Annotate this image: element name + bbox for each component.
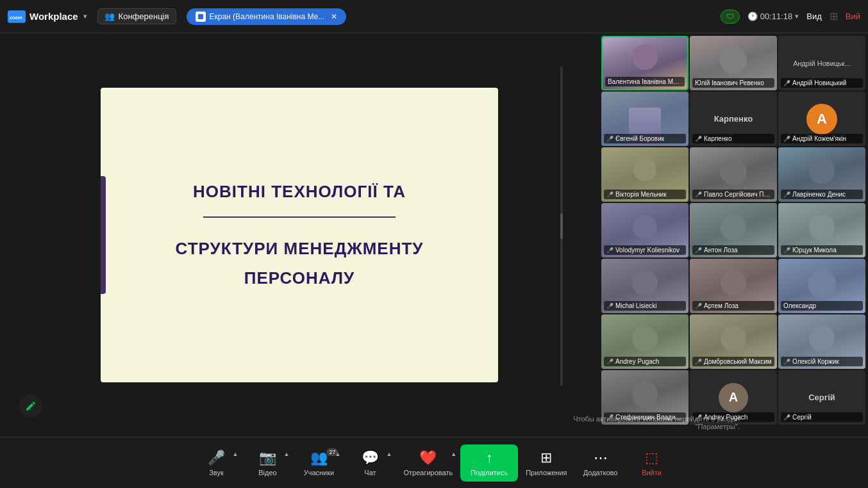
participant-name: 🎤 Павло Сергійович По...	[692, 190, 774, 199]
participant-display-name: Сергій	[808, 393, 835, 402]
slide-divider	[203, 216, 396, 218]
participant-name: 🎤 Андрій Кожем'якін	[781, 134, 863, 143]
participant-tile: 🎤 Andrey Pugach	[601, 314, 689, 369]
video-button[interactable]: 📷 Відео ▲	[242, 444, 293, 482]
participant-tile: Юлій Іванович Ревенко	[690, 36, 777, 90]
sound-button[interactable]: 🎤 Звук ▲	[190, 444, 242, 482]
participant-name: 🎤 Andrey Pugach	[692, 412, 774, 422]
participant-tile: Олександр	[778, 259, 865, 313]
participants-icon: 👥	[310, 450, 328, 466]
logo-area: zoom Workplace ▾	[8, 10, 87, 23]
mic-off-icon: 🎤	[695, 303, 702, 309]
mic-off-icon: 🎤	[783, 359, 790, 365]
participant-name: Валентина Іванівна Мель...	[605, 77, 685, 86]
chat-button[interactable]: 💬 Чат ▲	[344, 444, 396, 482]
participant-tile: 🎤 Стефанишин Владис...	[601, 370, 689, 425]
chat-icon: 💬	[362, 450, 379, 466]
mic-off-icon: 🎤	[606, 136, 613, 142]
conference-label: Конференція	[119, 12, 169, 21]
share-icon: ↑	[486, 450, 493, 466]
apps-button[interactable]: ⊞ Приложения	[518, 444, 574, 482]
participant-tile: 🎤 Павло Сергійович По...	[690, 147, 777, 202]
participants-arrow[interactable]: ▲	[335, 451, 341, 457]
participant-avatar: A	[719, 383, 748, 412]
participant-name: 🎤 Євгеній Боровик	[604, 134, 686, 143]
slide: НОВІТНІ ТЕХНОЛОГІЇ ТА СТРУКТУРИ МЕНЕДЖМЕ…	[101, 88, 498, 382]
participant-tile: 🎤 Michał Lisiecki	[601, 259, 689, 313]
screen-share-label: Екран (Валентина Іванівна Ме...	[210, 12, 325, 21]
mic-off-icon: 🎤	[783, 247, 790, 254]
participant-name: 🎤 Антон Лоза	[692, 245, 774, 255]
react-button[interactable]: ❤️ Отреагировать ▲	[396, 444, 460, 482]
video-arrow[interactable]: ▲	[284, 451, 290, 457]
participants-panel: Валентина Іванівна Мель... Юлій Іванович…	[599, 33, 868, 437]
shield-icon: 🛡	[726, 12, 734, 21]
presentation-area: НОВІТНІ ТЕХНОЛОГІЇ ТА СТРУКТУРИ МЕНЕДЖМЕ…	[0, 33, 599, 437]
participant-tile: Карпенко 🎤 Карпенко	[690, 92, 777, 146]
more-button[interactable]: ⋯ Додатково	[575, 444, 626, 482]
apps-icon: ⊞	[540, 450, 552, 466]
conference-icon: 👥	[104, 12, 115, 21]
share-label: Поділитись	[471, 469, 508, 476]
microphone-icon: 🎤	[208, 450, 225, 466]
panel-divider-handle	[560, 213, 563, 239]
timer-display: 00:11:18	[760, 12, 793, 21]
mic-off-icon: 🎤	[606, 191, 613, 198]
share-button[interactable]: ↑ Поділитись	[460, 444, 518, 482]
timer-dropdown[interactable]: ▾	[795, 12, 799, 20]
participant-tile: 🎤 Олексій Коржик	[778, 314, 865, 369]
screen-share-close-icon[interactable]: ✕	[331, 12, 337, 21]
clock-icon: 🕐	[747, 12, 758, 21]
participant-name: 🎤 Юрцук Микола	[781, 245, 863, 255]
participant-name: 🎤 Артем Лоза	[692, 301, 774, 311]
slide-accent-bar	[101, 176, 106, 294]
chat-label: Чат	[364, 469, 376, 476]
react-icon: ❤️	[419, 450, 437, 466]
participant-tile: A 🎤 Andrey Pugach	[690, 370, 777, 425]
mic-off-icon: 🎤	[783, 414, 790, 421]
conference-button[interactable]: 👥 Конференція	[97, 8, 176, 24]
participant-name: 🎤 Домбровський Максим	[692, 357, 774, 366]
participant-tile: A 🎤 Андрій Кожем'якін	[778, 92, 865, 146]
main-content: НОВІТНІ ТЕХНОЛОГІЇ ТА СТРУКТУРИ МЕНЕДЖМЕ…	[0, 33, 868, 437]
exit-icon: ⬚	[645, 450, 658, 466]
screen-share-button[interactable]: Екран (Валентина Іванівна Ме... ✕	[187, 8, 347, 25]
mic-off-icon: 🎤	[606, 303, 613, 309]
exit-button[interactable]: ⬚ Вийти	[626, 444, 678, 482]
mic-off-icon: 🎤	[606, 247, 613, 254]
participant-display-name: Андрій Новицьк...	[788, 54, 856, 72]
view-button[interactable]: Вид	[806, 12, 822, 21]
participant-tile: 🎤 Євгеній Боровик	[601, 92, 689, 146]
participant-tile: Андрій Новицьк... 🎤 Андрій Новицький	[778, 36, 865, 90]
zoom-logo-icon: zoom	[8, 10, 26, 23]
participant-tile: 🎤 Антон Лоза	[690, 203, 777, 257]
exit-top-button[interactable]: Вий	[846, 12, 860, 21]
panel-divider	[560, 67, 563, 386]
logo-dropdown-arrow[interactable]: ▾	[83, 12, 87, 20]
pencil-indicator	[19, 394, 42, 418]
participant-tile: 🎤 Домбровський Максим	[690, 314, 777, 369]
slide-title-line1: НОВІТНІ ТЕХНОЛОГІЇ ТА	[193, 180, 406, 203]
timer-badge: 🕐 00:11:18 ▾	[747, 12, 799, 21]
participant-avatar: A	[806, 104, 837, 134]
participant-name: 🎤 Michał Lisiecki	[604, 301, 686, 311]
react-arrow[interactable]: ▲	[451, 451, 456, 457]
video-label: Відео	[258, 469, 276, 476]
participant-name: 🎤 Andrey Pugach	[604, 357, 686, 366]
participant-name: Юлій Іванович Ревенко	[692, 78, 774, 88]
pencil-icon	[25, 400, 37, 412]
participant-name: 🎤 Карпенко	[692, 134, 774, 143]
mic-off-icon: 🎤	[606, 414, 613, 421]
react-label: Отреагировать	[403, 469, 453, 476]
chat-arrow[interactable]: ▲	[387, 451, 392, 457]
participants-label: Учасники	[304, 469, 335, 476]
participants-button[interactable]: 👥 27 Учасники ▲	[293, 444, 344, 482]
slide-title-line2: СТРУКТУРИ МЕНЕДЖМЕНТУ	[176, 237, 424, 260]
security-badge[interactable]: 🛡	[721, 10, 740, 24]
topbar: zoom Workplace ▾ 👥 Конференція Екран (Ва…	[0, 0, 868, 33]
mic-off-icon: 🎤	[783, 136, 790, 142]
more-label: Додатково	[583, 469, 618, 476]
grid-icon: ⊞	[830, 10, 838, 22]
sound-arrow[interactable]: ▲	[233, 451, 238, 457]
participant-tile: 🎤 Вікторія Мельник	[601, 147, 689, 202]
